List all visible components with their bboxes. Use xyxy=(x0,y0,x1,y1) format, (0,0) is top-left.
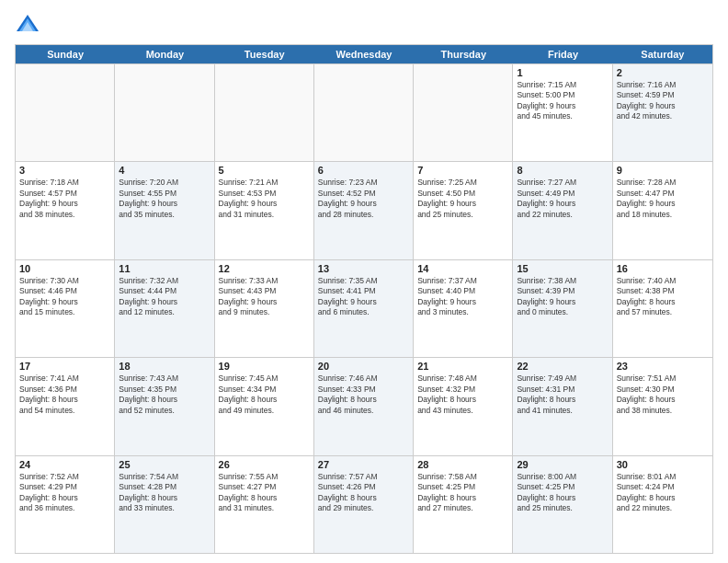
calendar-cell: 22Sunrise: 7:49 AM Sunset: 4:31 PM Dayli… xyxy=(513,358,612,454)
day-number: 25 xyxy=(119,459,210,470)
day-number: 2 xyxy=(617,67,709,78)
calendar-cell: 11Sunrise: 7:32 AM Sunset: 4:44 PM Dayli… xyxy=(115,260,214,357)
day-info: Sunrise: 7:18 AM Sunset: 4:57 PM Dayligh… xyxy=(19,178,110,220)
weekday-header-thursday: Thursday xyxy=(414,45,513,63)
day-number: 16 xyxy=(617,263,709,274)
calendar-cell: 8Sunrise: 7:27 AM Sunset: 4:49 PM Daylig… xyxy=(513,162,612,259)
day-info: Sunrise: 7:58 AM Sunset: 4:25 PM Dayligh… xyxy=(417,472,508,514)
weekday-header-wednesday: Wednesday xyxy=(314,45,414,63)
day-info: Sunrise: 7:43 AM Sunset: 4:35 PM Dayligh… xyxy=(119,373,210,416)
day-info: Sunrise: 7:16 AM Sunset: 4:59 PM Dayligh… xyxy=(617,80,709,122)
day-info: Sunrise: 7:20 AM Sunset: 4:55 PM Dayligh… xyxy=(119,178,210,220)
day-number: 20 xyxy=(318,361,409,372)
day-info: Sunrise: 7:33 AM Sunset: 4:43 PM Dayligh… xyxy=(219,276,310,318)
day-info: Sunrise: 7:41 AM Sunset: 4:36 PM Dayligh… xyxy=(19,373,110,416)
day-number: 22 xyxy=(517,361,608,372)
day-info: Sunrise: 7:49 AM Sunset: 4:31 PM Dayligh… xyxy=(517,373,608,416)
calendar-body: 1Sunrise: 7:15 AM Sunset: 5:00 PM Daylig… xyxy=(16,63,712,553)
day-info: Sunrise: 7:52 AM Sunset: 4:29 PM Dayligh… xyxy=(19,472,110,514)
day-info: Sunrise: 7:45 AM Sunset: 4:34 PM Dayligh… xyxy=(219,373,310,416)
logo-icon xyxy=(15,11,40,37)
calendar-cell: 30Sunrise: 8:01 AM Sunset: 4:24 PM Dayli… xyxy=(613,456,712,553)
day-number: 9 xyxy=(617,165,709,176)
day-number: 6 xyxy=(318,165,409,176)
calendar-cell: 26Sunrise: 7:55 AM Sunset: 4:27 PM Dayli… xyxy=(215,456,314,553)
day-info: Sunrise: 7:35 AM Sunset: 4:41 PM Dayligh… xyxy=(318,276,409,318)
calendar-cell: 13Sunrise: 7:35 AM Sunset: 4:41 PM Dayli… xyxy=(314,260,414,357)
day-number: 11 xyxy=(119,263,210,274)
day-number: 4 xyxy=(119,165,210,176)
day-info: Sunrise: 7:40 AM Sunset: 4:38 PM Dayligh… xyxy=(617,276,709,318)
weekday-header-tuesday: Tuesday xyxy=(215,45,314,63)
calendar-cell: 29Sunrise: 8:00 AM Sunset: 4:25 PM Dayli… xyxy=(513,456,612,553)
calendar-row-2: 3Sunrise: 7:18 AM Sunset: 4:57 PM Daylig… xyxy=(16,161,712,259)
calendar-cell xyxy=(16,64,115,161)
day-info: Sunrise: 7:21 AM Sunset: 4:53 PM Dayligh… xyxy=(219,178,310,220)
day-number: 27 xyxy=(318,459,409,470)
day-info: Sunrise: 8:00 AM Sunset: 4:25 PM Dayligh… xyxy=(517,472,608,514)
day-number: 15 xyxy=(517,263,608,274)
calendar-row-4: 17Sunrise: 7:41 AM Sunset: 4:36 PM Dayli… xyxy=(16,357,712,454)
calendar-cell: 27Sunrise: 7:57 AM Sunset: 4:26 PM Dayli… xyxy=(314,456,414,553)
day-info: Sunrise: 7:32 AM Sunset: 4:44 PM Dayligh… xyxy=(119,276,210,318)
day-info: Sunrise: 7:55 AM Sunset: 4:27 PM Dayligh… xyxy=(219,472,310,514)
day-info: Sunrise: 7:30 AM Sunset: 4:46 PM Dayligh… xyxy=(19,276,110,318)
calendar-cell: 23Sunrise: 7:51 AM Sunset: 4:30 PM Dayli… xyxy=(613,358,712,454)
day-info: Sunrise: 7:28 AM Sunset: 4:47 PM Dayligh… xyxy=(617,178,709,220)
calendar-header: SundayMondayTuesdayWednesdayThursdayFrid… xyxy=(16,45,712,63)
calendar: SundayMondayTuesdayWednesdayThursdayFrid… xyxy=(15,44,713,554)
day-info: Sunrise: 7:15 AM Sunset: 5:00 PM Dayligh… xyxy=(517,80,608,122)
calendar-cell: 2Sunrise: 7:16 AM Sunset: 4:59 PM Daylig… xyxy=(613,64,712,161)
calendar-cell xyxy=(215,64,314,161)
day-number: 5 xyxy=(219,165,310,176)
day-info: Sunrise: 7:46 AM Sunset: 4:33 PM Dayligh… xyxy=(318,373,409,416)
calendar-cell: 20Sunrise: 7:46 AM Sunset: 4:33 PM Dayli… xyxy=(314,358,414,454)
day-info: Sunrise: 7:57 AM Sunset: 4:26 PM Dayligh… xyxy=(318,472,409,514)
calendar-cell: 15Sunrise: 7:38 AM Sunset: 4:39 PM Dayli… xyxy=(513,260,612,357)
day-number: 29 xyxy=(517,459,608,470)
weekday-header-saturday: Saturday xyxy=(613,45,712,63)
calendar-cell: 9Sunrise: 7:28 AM Sunset: 4:47 PM Daylig… xyxy=(613,162,712,259)
calendar-row-1: 1Sunrise: 7:15 AM Sunset: 5:00 PM Daylig… xyxy=(16,63,712,161)
calendar-cell xyxy=(414,64,513,161)
calendar-cell xyxy=(115,64,214,161)
day-number: 17 xyxy=(19,361,110,372)
day-number: 24 xyxy=(19,459,110,470)
day-info: Sunrise: 7:54 AM Sunset: 4:28 PM Dayligh… xyxy=(119,472,210,514)
day-info: Sunrise: 7:38 AM Sunset: 4:39 PM Dayligh… xyxy=(517,276,608,318)
calendar-cell: 6Sunrise: 7:23 AM Sunset: 4:52 PM Daylig… xyxy=(314,162,414,259)
page: SundayMondayTuesdayWednesdayThursdayFrid… xyxy=(0,0,728,563)
day-number: 21 xyxy=(417,361,508,372)
day-number: 12 xyxy=(219,263,310,274)
calendar-cell: 10Sunrise: 7:30 AM Sunset: 4:46 PM Dayli… xyxy=(16,260,115,357)
day-number: 7 xyxy=(417,165,508,176)
day-info: Sunrise: 7:25 AM Sunset: 4:50 PM Dayligh… xyxy=(417,178,508,220)
calendar-cell: 19Sunrise: 7:45 AM Sunset: 4:34 PM Dayli… xyxy=(215,358,314,454)
day-number: 13 xyxy=(318,263,409,274)
day-number: 23 xyxy=(617,361,709,372)
calendar-cell: 5Sunrise: 7:21 AM Sunset: 4:53 PM Daylig… xyxy=(215,162,314,259)
calendar-cell: 28Sunrise: 7:58 AM Sunset: 4:25 PM Dayli… xyxy=(414,456,513,553)
day-number: 18 xyxy=(119,361,210,372)
calendar-cell: 16Sunrise: 7:40 AM Sunset: 4:38 PM Dayli… xyxy=(613,260,712,357)
calendar-cell: 1Sunrise: 7:15 AM Sunset: 5:00 PM Daylig… xyxy=(513,64,612,161)
weekday-header-monday: Monday xyxy=(115,45,214,63)
calendar-cell xyxy=(314,64,414,161)
day-info: Sunrise: 7:37 AM Sunset: 4:40 PM Dayligh… xyxy=(417,276,508,318)
day-number: 14 xyxy=(417,263,508,274)
day-info: Sunrise: 7:23 AM Sunset: 4:52 PM Dayligh… xyxy=(318,178,409,220)
header xyxy=(15,11,713,37)
day-info: Sunrise: 7:51 AM Sunset: 4:30 PM Dayligh… xyxy=(617,373,709,416)
calendar-cell: 24Sunrise: 7:52 AM Sunset: 4:29 PM Dayli… xyxy=(16,456,115,553)
calendar-cell: 18Sunrise: 7:43 AM Sunset: 4:35 PM Dayli… xyxy=(115,358,214,454)
weekday-header-sunday: Sunday xyxy=(16,45,115,63)
day-number: 26 xyxy=(219,459,310,470)
calendar-cell: 21Sunrise: 7:48 AM Sunset: 4:32 PM Dayli… xyxy=(414,358,513,454)
calendar-row-3: 10Sunrise: 7:30 AM Sunset: 4:46 PM Dayli… xyxy=(16,259,712,357)
day-number: 28 xyxy=(417,459,508,470)
calendar-row-5: 24Sunrise: 7:52 AM Sunset: 4:29 PM Dayli… xyxy=(16,455,712,553)
day-info: Sunrise: 7:48 AM Sunset: 4:32 PM Dayligh… xyxy=(417,373,508,416)
logo xyxy=(15,11,44,37)
calendar-cell: 17Sunrise: 7:41 AM Sunset: 4:36 PM Dayli… xyxy=(16,358,115,454)
calendar-cell: 7Sunrise: 7:25 AM Sunset: 4:50 PM Daylig… xyxy=(414,162,513,259)
